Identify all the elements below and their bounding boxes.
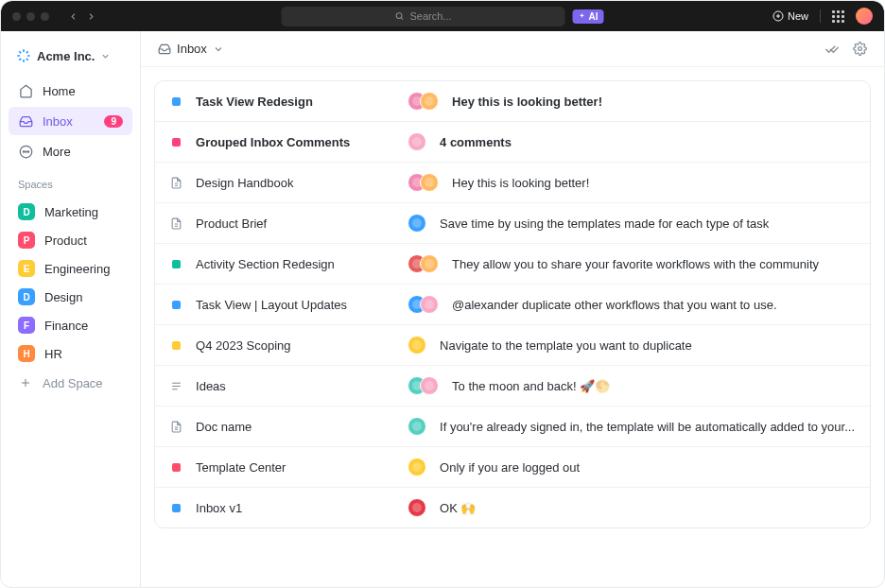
main-header: Inbox [141, 31, 884, 67]
avatar [420, 173, 439, 192]
back-icon[interactable] [68, 11, 78, 22]
avatar [408, 458, 426, 476]
row-title: Task View | Layout Updates [196, 298, 394, 312]
inbox-list: Task View Redesign Hey this is looking b… [154, 80, 871, 528]
row-type-icon [170, 258, 182, 270]
row-title: Product Brief [196, 216, 394, 231]
row-avatars [408, 132, 426, 151]
inbox-row[interactable]: Q4 2023 Scoping Navigate to the template… [155, 325, 870, 366]
avatar [408, 214, 426, 233]
row-message: They allow you to share your favorite wo… [452, 257, 819, 271]
sidebar: Acme Inc. Home Inbox 9 More Spaces DMark… [1, 31, 141, 588]
inbox-row[interactable]: Task View | Layout Updates @alexander du… [155, 285, 870, 325]
inbox-row[interactable]: Inbox v1 OK 🙌 [155, 488, 870, 527]
svg-point-7 [25, 150, 26, 151]
space-label: Design [44, 290, 82, 304]
sparkle-icon [579, 12, 586, 20]
space-item[interactable]: PProduct [9, 226, 132, 254]
avatar [408, 498, 426, 517]
row-type-icon [170, 299, 182, 311]
inbox-row[interactable]: Activity Section Redesign They allow you… [155, 244, 870, 285]
avatar [420, 92, 439, 111]
avatar [420, 295, 439, 314]
window-controls[interactable] [12, 12, 49, 21]
inbox-row[interactable]: Ideas To the moon and back! 🚀🌕 [155, 366, 870, 406]
row-avatars [408, 173, 439, 192]
row-avatars [408, 295, 439, 314]
row-avatars [408, 336, 426, 355]
row-type-icon [170, 380, 182, 392]
row-type-icon [170, 461, 182, 474]
row-title: Ideas [196, 379, 394, 393]
row-message: OK 🙌 [440, 501, 476, 515]
avatar [408, 336, 426, 355]
row-avatars [408, 214, 426, 233]
inbox-icon [18, 113, 33, 129]
workspace-logo-icon [16, 48, 31, 63]
svg-line-1 [401, 18, 403, 20]
inbox-row[interactable]: Grouped Inbox Comments 4 comments [155, 122, 870, 163]
space-item[interactable]: FFinance [9, 311, 132, 339]
inbox-badge: 9 [104, 115, 123, 128]
svg-point-6 [23, 150, 24, 151]
forward-icon[interactable] [86, 11, 96, 22]
search-input[interactable]: Search... [282, 7, 565, 26]
space-icon: D [18, 203, 35, 220]
nav-inbox[interactable]: Inbox 9 [9, 107, 132, 135]
main-content: Inbox Task View Redesign Hey this is loo… [141, 31, 884, 588]
row-message: If you're already signed in, the templat… [440, 420, 855, 434]
nav-home[interactable]: Home [9, 77, 132, 105]
inbox-row[interactable]: Task View Redesign Hey this is looking b… [155, 81, 870, 122]
inbox-row[interactable]: Product Brief Save time by using the tem… [155, 203, 870, 244]
nav-more[interactable]: More [9, 137, 132, 165]
space-label: Finance [44, 319, 88, 333]
space-item[interactable]: DMarketing [9, 198, 132, 226]
gear-icon[interactable] [853, 42, 867, 56]
row-title: Inbox v1 [196, 501, 394, 515]
user-avatar[interactable] [856, 8, 873, 25]
row-title: Activity Section Redesign [196, 257, 394, 271]
row-avatars [408, 417, 426, 436]
history-nav [68, 11, 96, 22]
space-icon: D [18, 288, 35, 305]
row-title: Design Handbook [196, 176, 394, 190]
ai-button[interactable]: AI [573, 9, 604, 24]
row-message: Navigate to the template you want to dup… [440, 338, 692, 353]
space-item[interactable]: DDesign [9, 283, 132, 311]
plus-circle-icon [772, 10, 784, 22]
inbox-row[interactable]: Template Center Only if you are logged o… [155, 447, 870, 488]
row-avatars [408, 498, 426, 517]
space-label: Engineering [44, 262, 110, 276]
chevron-down-icon [100, 51, 111, 61]
more-icon [18, 144, 33, 159]
mark-read-icon[interactable] [824, 42, 840, 57]
avatar [408, 417, 426, 436]
new-button[interactable]: New [772, 10, 808, 22]
inbox-row[interactable]: Doc name If you're already signed in, th… [155, 406, 870, 447]
workspace-switcher[interactable]: Acme Inc. [9, 43, 132, 69]
nav-home-label: Home [43, 84, 76, 98]
space-icon: H [18, 345, 35, 362]
space-icon: E [18, 260, 35, 277]
row-avatars [408, 92, 439, 111]
inbox-row[interactable]: Design Handbook Hey this is looking bett… [155, 163, 870, 203]
apps-icon[interactable] [832, 10, 844, 23]
row-message: Hey this is looking better! [452, 95, 602, 109]
add-space-button[interactable]: Add Space [9, 370, 132, 396]
nav-inbox-label: Inbox [43, 114, 73, 129]
space-item[interactable]: EEngineering [9, 254, 132, 283]
svg-point-8 [27, 150, 28, 151]
avatar [408, 132, 426, 151]
spaces-section-label: Spaces [9, 167, 132, 196]
inbox-selector[interactable]: Inbox [158, 42, 224, 56]
add-space-label: Add Space [43, 376, 103, 390]
row-type-icon [170, 95, 182, 108]
header-title: Inbox [177, 42, 207, 56]
inbox-icon [158, 43, 171, 56]
row-type-icon [170, 502, 182, 514]
row-title: Q4 2023 Scoping [196, 338, 394, 353]
space-item[interactable]: HHR [9, 339, 132, 368]
avatar [420, 376, 439, 395]
row-message: Save time by using the templates made fo… [440, 216, 769, 231]
plus-icon [18, 375, 33, 390]
